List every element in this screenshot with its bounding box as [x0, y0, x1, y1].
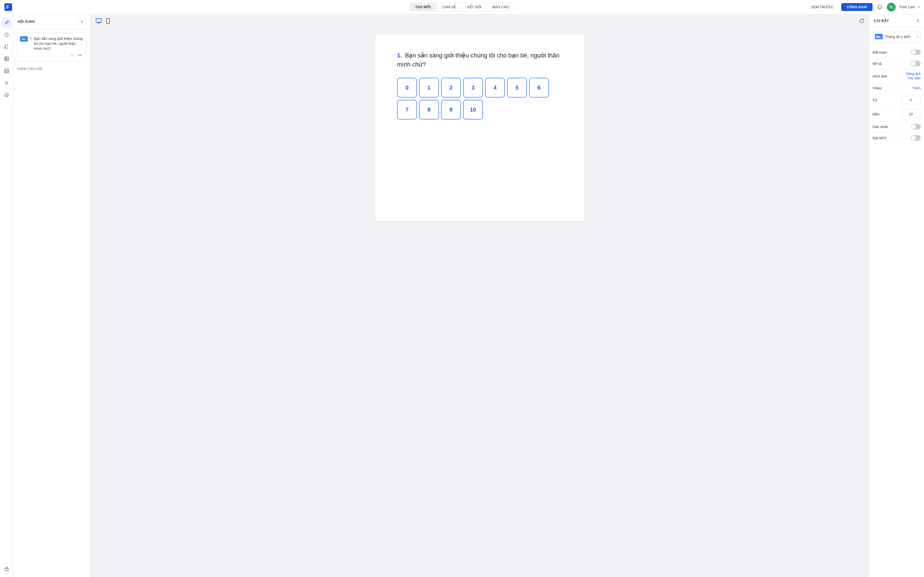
add-question-header-button[interactable]: +	[78, 18, 86, 25]
rating-btn-2[interactable]: 2	[441, 78, 461, 98]
dan-nhan-label: Dán nhãn	[872, 125, 888, 129]
to-input[interactable]	[901, 110, 921, 118]
nav-right: XEM TRƯỚC CÔNG KHAI TL Trinh Lam ▾	[806, 3, 919, 11]
survey-card: 1. Bạn sẵn sàng giới thiệu chúng tôi cho…	[375, 34, 584, 221]
bat-nps-label: Bật NPS	[872, 136, 887, 140]
app-logo: F	[5, 3, 12, 11]
content-header: NỘI DUNG +	[13, 14, 90, 29]
add-question-row[interactable]: THÊM CÂU HỎI	[13, 65, 90, 73]
sidebar-list-icon[interactable]	[2, 66, 11, 76]
library-image-link[interactable]: Thư viện	[908, 76, 921, 80]
content-panel: NỘI DUNG + 1 Bạn sẵn sàng giới thiệu chú…	[13, 14, 90, 577]
sidebar-branch-icon[interactable]	[2, 42, 11, 52]
settings-close-button[interactable]: ✕	[916, 18, 919, 23]
tab-bao-cao[interactable]: BÁO CÁO	[487, 3, 514, 11]
rating-btn-1[interactable]: 1	[419, 78, 439, 98]
sidebar-edit-icon[interactable]	[2, 18, 11, 27]
tab-chia-se[interactable]: CHIA SẺ	[437, 3, 462, 11]
video-add-link[interactable]: Thêm	[912, 86, 921, 90]
svg-rect-10	[5, 569, 8, 571]
content-title: NỘI DUNG	[18, 20, 35, 24]
settings-header: CÀI ĐẶT ✕	[869, 14, 924, 27]
canvas-area: 1. Bạn sẵn sàng giới thiệu chúng tôi cho…	[90, 14, 869, 577]
mobile-view-button[interactable]	[105, 17, 111, 26]
bat-nps-toggle[interactable]	[911, 135, 921, 141]
question-text-preview: Bạn sẵn sàng giới thiệu chúng tôi cho bạ…	[34, 36, 83, 52]
question-emoji-button[interactable]: ☺	[69, 53, 75, 58]
icon-sidebar	[0, 14, 13, 577]
nav-tabs: TẠO MỚI CHIA SẺ KẾT NỐI BÁO CÁO	[409, 3, 515, 11]
sidebar-table-icon[interactable]	[2, 54, 11, 64]
svg-rect-14	[25, 39, 26, 40]
sidebar-circle-icon[interactable]	[2, 30, 11, 40]
from-label: Từ	[872, 98, 877, 102]
question-display: 1. Bạn sẵn sàng giới thiệu chúng tôi cho…	[397, 51, 562, 69]
device-buttons	[95, 17, 111, 26]
rating-btn-4[interactable]: 4	[485, 78, 505, 98]
svg-rect-8	[5, 69, 8, 73]
question-display-number: 1.	[397, 52, 402, 59]
tab-tao-moi[interactable]: TẠO MỚI	[410, 3, 437, 11]
type-icon	[875, 34, 883, 39]
user-name[interactable]: Trinh Lam	[899, 5, 915, 9]
svg-point-6	[7, 48, 8, 48]
svg-point-5	[5, 48, 5, 48]
svg-rect-7	[5, 57, 8, 61]
question-actions: ☺ •••	[20, 53, 83, 58]
rating-btn-8[interactable]: 8	[419, 100, 439, 119]
settings-title: CÀI ĐẶT	[874, 19, 889, 23]
question-type-selector[interactable]: Thang đo ý kiến ▾	[872, 31, 921, 42]
preview-button[interactable]: XEM TRƯỚC	[806, 3, 838, 11]
rating-row: 0 1 2 3 4 5 6 7 8 9 10	[397, 78, 562, 119]
rating-btn-6[interactable]: 6	[529, 78, 549, 98]
user-chevron-icon[interactable]: ▾	[918, 5, 919, 8]
svg-point-4	[7, 45, 8, 46]
question-more-button[interactable]: •••	[77, 53, 83, 58]
avatar: TL	[887, 3, 896, 11]
image-links: Đăng ảnh Thư viện	[906, 72, 921, 80]
main-layout: NỘI DUNG + 1 Bạn sẵn sàng giới thiệu chú…	[0, 14, 924, 577]
svg-rect-13	[24, 39, 25, 40]
sidebar-lock-icon[interactable]	[2, 564, 11, 574]
settings-panel: CÀI ĐẶT ✕ Thang đo ý kiến ▾ Bắt buộc	[869, 14, 924, 577]
rating-btn-3[interactable]: 3	[463, 78, 483, 98]
rating-btn-0[interactable]: 0	[397, 78, 417, 98]
refresh-button[interactable]	[859, 18, 864, 25]
canvas-content: 1. Bạn sẵn sàng giới thiệu chúng tôi cho…	[90, 29, 869, 577]
svg-point-17	[108, 23, 108, 23]
tab-ket-noi[interactable]: KẾT NỐI	[462, 3, 487, 11]
publish-button[interactable]: CÔNG KHAI	[841, 3, 872, 11]
rating-btn-5[interactable]: 5	[507, 78, 527, 98]
question-number-badge: 1	[30, 36, 32, 40]
svg-rect-12	[22, 38, 23, 40]
settings-body: Thang đo ý kiến ▾ Bắt buộc Mô tả Hình ản…	[869, 27, 924, 147]
type-label: Thang đo ý kiến	[885, 35, 915, 39]
setting-row-bat-nps: Bật NPS	[872, 132, 921, 144]
rating-btn-10[interactable]: 10	[463, 100, 483, 119]
question-display-text: Bạn sẵn sàng giới thiệu chúng tôi cho bạ…	[397, 52, 559, 68]
add-question-label: THÊM CÂU HỎI	[16, 67, 42, 71]
type-chevron-icon: ▾	[917, 35, 918, 38]
bat-buoc-toggle[interactable]	[911, 50, 921, 55]
to-label: Đến	[872, 112, 879, 116]
dan-nhan-toggle[interactable]	[911, 124, 921, 129]
svg-point-3	[5, 45, 5, 46]
rating-btn-7[interactable]: 7	[397, 100, 417, 119]
bat-buoc-label: Bắt buộc	[872, 50, 887, 55]
svg-rect-19	[878, 36, 880, 38]
hinh-anh-label: Hình ảnh	[872, 74, 887, 78]
setting-row-dan-nhan: Dán nhãn	[872, 121, 921, 132]
canvas-toolbar	[90, 14, 869, 29]
sidebar-bell-icon[interactable]	[2, 90, 11, 100]
question-item[interactable]: 1 Bạn sẵn sàng giới thiệu chúng tôi cho …	[16, 33, 87, 61]
setting-row-from: Từ	[872, 93, 921, 107]
notification-icon[interactable]	[876, 3, 884, 11]
setting-row-to: Đến	[872, 107, 921, 121]
setting-row-bat-buoc: Bắt buộc	[872, 47, 921, 58]
desktop-view-button[interactable]	[95, 17, 103, 26]
rating-btn-9[interactable]: 9	[441, 100, 461, 119]
sidebar-gear-icon[interactable]	[2, 78, 11, 88]
upload-image-link[interactable]: Đăng ảnh	[906, 72, 921, 76]
mo-ta-toggle[interactable]	[911, 61, 921, 66]
from-input[interactable]	[901, 96, 921, 104]
